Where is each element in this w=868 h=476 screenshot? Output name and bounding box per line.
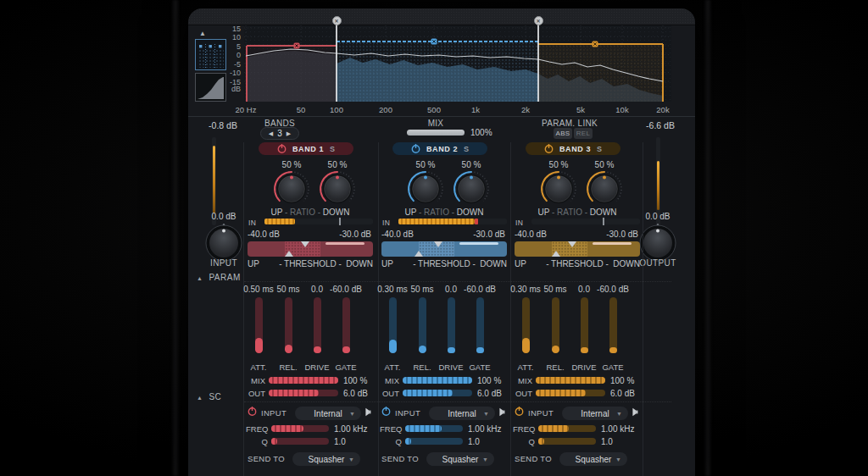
release-slider[interactable] [285, 297, 292, 353]
threshold-down-handle[interactable] [434, 241, 442, 247]
sc-q-fill [538, 438, 544, 445]
band-out-slider[interactable] [536, 390, 605, 396]
band-out-slider[interactable] [403, 390, 472, 396]
band-mix-slider[interactable] [403, 377, 472, 384]
band2-gain-marker[interactable] [431, 39, 437, 45]
section-param-label: PARAM [209, 273, 240, 282]
release-label: REL. [279, 363, 297, 372]
drive-label: DRIVE [304, 363, 329, 372]
ratio-up-knob[interactable] [539, 169, 578, 208]
crossover-handle-2[interactable]: ✕ [537, 21, 539, 102]
display-collapse-icon[interactable]: ▲ [199, 30, 206, 37]
section-sc-toggle[interactable]: ▲SC [197, 392, 221, 401]
param-link-rel-button[interactable]: REL [574, 128, 593, 139]
sc-send-dropdown[interactable]: Squasher ▼ [559, 452, 627, 466]
bands-prev-icon[interactable]: ◀ [269, 130, 273, 137]
band-header: BAND 3 S [526, 142, 620, 155]
threshold-bar[interactable] [515, 241, 640, 257]
band-solo-button[interactable]: S [464, 145, 469, 153]
gate-label: GATE [469, 363, 490, 372]
ratio-mid-label: - RATIO - [416, 208, 457, 217]
sc-q-slider[interactable] [538, 438, 596, 445]
drive-fill [314, 346, 321, 353]
band-out-slider[interactable] [269, 390, 338, 396]
column-separator [243, 142, 244, 476]
ratio-up-knob[interactable] [406, 169, 445, 208]
sc-input-value: Internal [314, 409, 342, 418]
band-solo-button[interactable]: S [597, 145, 602, 153]
sc-input-dropdown[interactable]: Internal ▼ [295, 407, 361, 420]
band-power-icon[interactable] [277, 143, 287, 154]
band3-gain-marker[interactable] [593, 42, 598, 47]
threshold-down-handle[interactable] [568, 241, 576, 247]
db-tick: 10 [219, 33, 241, 42]
ratio-up-knob[interactable] [272, 169, 311, 208]
threshold-up-handle[interactable] [552, 251, 560, 257]
sc-freq-slider[interactable] [538, 425, 596, 432]
threshold-bar[interactable] [381, 241, 507, 257]
band-out-value: 6.0 dB [477, 389, 502, 398]
drive-slider[interactable] [314, 297, 321, 353]
sc-power-icon[interactable] [515, 406, 524, 417]
input-label: INPUT [210, 258, 237, 268]
ratio-down-knob[interactable] [585, 169, 624, 208]
background-glow-left [171, 0, 180, 476]
in-level-meter [398, 219, 507, 224]
band-power-icon[interactable] [411, 143, 420, 154]
release-slider[interactable] [419, 297, 426, 353]
gate-slider[interactable] [609, 297, 617, 353]
global-mix-slider[interactable] [407, 130, 465, 136]
gate-value: -60.0 dB [464, 285, 496, 294]
crossover-handle-1[interactable]: ✕ [336, 21, 337, 102]
input-gain-value: 0.0 dB [212, 212, 236, 221]
sc-freq-slider[interactable] [271, 425, 329, 432]
band-power-icon[interactable] [544, 143, 554, 154]
attack-slider[interactable] [255, 297, 263, 353]
threshold-up-handle[interactable] [285, 251, 293, 257]
sc-input-dropdown[interactable]: Internal ▼ [429, 407, 495, 420]
ratio-down-knob[interactable] [318, 169, 357, 208]
ratio-down-knob[interactable] [452, 169, 491, 208]
threshold-bar[interactable] [248, 241, 373, 257]
freq-tick: 500 [413, 105, 455, 114]
crossover-grip-icon[interactable]: ✕ [534, 16, 543, 25]
threshold-bar-strip [459, 242, 498, 245]
crossover-grip-icon[interactable]: ✕ [332, 16, 342, 25]
sc-q-slider[interactable] [271, 438, 329, 445]
bands-stepper[interactable]: ◀ 3 ▶ [260, 127, 299, 140]
attack-slider[interactable] [522, 297, 530, 353]
spectrum-graph[interactable] [244, 25, 671, 102]
sc-listen-icon[interactable] [631, 407, 640, 417]
gate-slider[interactable] [342, 297, 350, 353]
sc-send-dropdown[interactable]: Squasher ▼ [292, 452, 360, 466]
in-meter-label: IN [515, 219, 524, 227]
sc-input-dropdown[interactable]: Internal ▼ [562, 407, 628, 420]
sc-listen-icon[interactable] [364, 407, 373, 417]
output-level-fill [657, 161, 659, 210]
gate-slider[interactable] [476, 297, 484, 353]
sc-send-dropdown[interactable]: Squasher ▼ [426, 452, 494, 466]
sc-listen-icon[interactable] [498, 407, 507, 417]
band1-gain-marker[interactable] [294, 43, 300, 49]
drive-slider[interactable] [581, 297, 588, 353]
threshold-down-handle[interactable] [301, 241, 309, 247]
sc-power-icon[interactable] [248, 406, 257, 417]
band-solo-button[interactable]: S [330, 145, 335, 153]
attack-slider[interactable] [389, 297, 397, 353]
collapse-triangle-icon: ▲ [197, 275, 203, 281]
band-out-label: OUT [513, 389, 532, 398]
release-slider[interactable] [552, 297, 559, 353]
output-meter-readout: -6.6 dB [646, 120, 675, 130]
band-mix-slider[interactable] [269, 377, 338, 384]
band-mix-slider[interactable] [536, 377, 605, 384]
titlebar[interactable] [188, 8, 695, 25]
bands-next-icon[interactable]: ▶ [287, 130, 291, 137]
threshold-up-handle[interactable] [415, 251, 423, 257]
param-link-abs-button[interactable]: ABS [554, 128, 572, 139]
sc-q-slider[interactable] [405, 438, 463, 445]
section-param-toggle[interactable]: ▲PARAM [197, 273, 241, 282]
band-out-label: OUT [246, 389, 265, 398]
drive-slider[interactable] [448, 297, 455, 353]
sc-power-icon[interactable] [381, 406, 391, 417]
sc-freq-slider[interactable] [405, 425, 463, 432]
